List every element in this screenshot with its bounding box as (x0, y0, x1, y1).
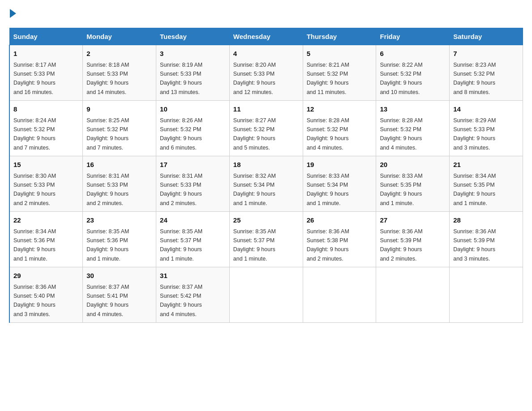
day-number: 19 (307, 160, 373, 170)
day-info: Sunrise: 8:25 AMSunset: 5:32 PMDaylight:… (86, 117, 129, 151)
table-row: 14 Sunrise: 8:29 AMSunset: 5:33 PMDaylig… (450, 101, 523, 156)
day-info: Sunrise: 8:26 AMSunset: 5:32 PMDaylight:… (160, 117, 202, 151)
table-row: 18 Sunrise: 8:32 AMSunset: 5:34 PMDaylig… (229, 156, 303, 212)
calendar-week-row: 15 Sunrise: 8:30 AMSunset: 5:33 PMDaylig… (9, 156, 523, 212)
calendar-week-row: 22 Sunrise: 8:34 AMSunset: 5:36 PMDaylig… (9, 212, 523, 267)
day-info: Sunrise: 8:34 AMSunset: 5:36 PMDaylight:… (13, 228, 56, 262)
day-number: 5 (307, 49, 373, 59)
table-row: 31 Sunrise: 8:37 AMSunset: 5:42 PMDaylig… (156, 267, 230, 323)
table-row: 5 Sunrise: 8:21 AMSunset: 5:32 PMDayligh… (303, 45, 376, 101)
table-row: 7 Sunrise: 8:23 AMSunset: 5:32 PMDayligh… (450, 45, 523, 101)
table-row: 16 Sunrise: 8:31 AMSunset: 5:33 PMDaylig… (83, 156, 156, 212)
day-number: 21 (453, 160, 519, 170)
table-row: 2 Sunrise: 8:18 AMSunset: 5:33 PMDayligh… (83, 45, 156, 101)
page-header (9, 9, 523, 19)
col-saturday: Saturday (450, 28, 523, 45)
table-row: 17 Sunrise: 8:31 AMSunset: 5:33 PMDaylig… (156, 156, 230, 212)
logo-triangle-icon (10, 9, 16, 18)
calendar-table: Sunday Monday Tuesday Wednesday Thursday… (9, 28, 523, 323)
table-row: 9 Sunrise: 8:25 AMSunset: 5:32 PMDayligh… (83, 101, 156, 156)
table-row: 27 Sunrise: 8:36 AMSunset: 5:39 PMDaylig… (376, 212, 450, 267)
day-info: Sunrise: 8:37 AMSunset: 5:42 PMDaylight:… (160, 284, 202, 317)
day-info: Sunrise: 8:29 AMSunset: 5:33 PMDaylight:… (453, 117, 496, 151)
day-info: Sunrise: 8:35 AMSunset: 5:37 PMDaylight:… (233, 228, 276, 262)
day-number: 14 (453, 104, 519, 115)
table-row: 3 Sunrise: 8:19 AMSunset: 5:33 PMDayligh… (156, 45, 230, 101)
day-info: Sunrise: 8:30 AMSunset: 5:33 PMDaylight:… (13, 173, 56, 206)
day-info: Sunrise: 8:37 AMSunset: 5:41 PMDaylight:… (86, 284, 129, 317)
calendar-week-row: 8 Sunrise: 8:24 AMSunset: 5:32 PMDayligh… (9, 101, 523, 156)
day-number: 30 (86, 271, 152, 281)
day-number: 8 (13, 104, 79, 115)
table-row: 20 Sunrise: 8:33 AMSunset: 5:35 PMDaylig… (376, 156, 450, 212)
day-info: Sunrise: 8:20 AMSunset: 5:33 PMDaylight:… (233, 62, 276, 95)
table-row: 19 Sunrise: 8:33 AMSunset: 5:34 PMDaylig… (303, 156, 376, 212)
col-tuesday: Tuesday (156, 28, 230, 45)
day-number: 24 (160, 215, 226, 226)
table-row (450, 267, 523, 323)
day-info: Sunrise: 8:36 AMSunset: 5:39 PMDaylight:… (380, 228, 422, 262)
table-row: 24 Sunrise: 8:35 AMSunset: 5:37 PMDaylig… (156, 212, 230, 267)
table-row: 10 Sunrise: 8:26 AMSunset: 5:32 PMDaylig… (156, 101, 230, 156)
table-row (303, 267, 376, 323)
col-sunday: Sunday (9, 28, 83, 45)
col-friday: Friday (376, 28, 450, 45)
day-number: 15 (13, 160, 79, 170)
table-row: 12 Sunrise: 8:28 AMSunset: 5:32 PMDaylig… (303, 101, 376, 156)
day-info: Sunrise: 8:22 AMSunset: 5:32 PMDaylight:… (380, 62, 422, 95)
day-number: 12 (307, 104, 373, 115)
day-number: 9 (86, 104, 152, 115)
day-info: Sunrise: 8:35 AMSunset: 5:37 PMDaylight:… (160, 228, 202, 262)
day-number: 25 (233, 215, 299, 226)
table-row: 22 Sunrise: 8:34 AMSunset: 5:36 PMDaylig… (9, 212, 83, 267)
table-row: 15 Sunrise: 8:30 AMSunset: 5:33 PMDaylig… (9, 156, 83, 212)
table-row: 30 Sunrise: 8:37 AMSunset: 5:41 PMDaylig… (83, 267, 156, 323)
day-number: 11 (233, 104, 299, 115)
table-row: 8 Sunrise: 8:24 AMSunset: 5:32 PMDayligh… (9, 101, 83, 156)
day-info: Sunrise: 8:33 AMSunset: 5:34 PMDaylight:… (307, 173, 349, 206)
day-number: 17 (160, 160, 226, 170)
day-info: Sunrise: 8:23 AMSunset: 5:32 PMDaylight:… (453, 62, 496, 95)
day-number: 26 (307, 215, 373, 226)
day-number: 4 (233, 49, 299, 59)
day-number: 31 (160, 271, 226, 281)
calendar-header-row: Sunday Monday Tuesday Wednesday Thursday… (9, 28, 523, 45)
day-info: Sunrise: 8:24 AMSunset: 5:32 PMDaylight:… (13, 117, 56, 151)
day-number: 22 (13, 215, 79, 226)
day-info: Sunrise: 8:28 AMSunset: 5:32 PMDaylight:… (380, 117, 422, 151)
col-thursday: Thursday (303, 28, 376, 45)
table-row: 28 Sunrise: 8:36 AMSunset: 5:39 PMDaylig… (450, 212, 523, 267)
table-row: 6 Sunrise: 8:22 AMSunset: 5:32 PMDayligh… (376, 45, 450, 101)
day-number: 18 (233, 160, 299, 170)
day-number: 28 (453, 215, 519, 226)
logo (9, 9, 16, 19)
day-info: Sunrise: 8:35 AMSunset: 5:36 PMDaylight:… (86, 228, 129, 262)
day-info: Sunrise: 8:33 AMSunset: 5:35 PMDaylight:… (380, 173, 422, 206)
table-row: 25 Sunrise: 8:35 AMSunset: 5:37 PMDaylig… (229, 212, 303, 267)
col-wednesday: Wednesday (229, 28, 303, 45)
table-row: 1 Sunrise: 8:17 AMSunset: 5:33 PMDayligh… (9, 45, 83, 101)
day-info: Sunrise: 8:36 AMSunset: 5:39 PMDaylight:… (453, 228, 496, 262)
day-info: Sunrise: 8:36 AMSunset: 5:40 PMDaylight:… (13, 284, 56, 317)
table-row: 26 Sunrise: 8:36 AMSunset: 5:38 PMDaylig… (303, 212, 376, 267)
table-row: 4 Sunrise: 8:20 AMSunset: 5:33 PMDayligh… (229, 45, 303, 101)
table-row (229, 267, 303, 323)
day-info: Sunrise: 8:36 AMSunset: 5:38 PMDaylight:… (307, 228, 349, 262)
day-number: 16 (86, 160, 152, 170)
day-number: 1 (13, 49, 79, 59)
logo-blue-part (9, 9, 16, 19)
day-number: 20 (380, 160, 446, 170)
day-info: Sunrise: 8:17 AMSunset: 5:33 PMDaylight:… (13, 62, 56, 95)
day-info: Sunrise: 8:28 AMSunset: 5:32 PMDaylight:… (307, 117, 349, 151)
table-row: 23 Sunrise: 8:35 AMSunset: 5:36 PMDaylig… (83, 212, 156, 267)
day-number: 10 (160, 104, 226, 115)
day-info: Sunrise: 8:34 AMSunset: 5:35 PMDaylight:… (453, 173, 496, 206)
day-number: 13 (380, 104, 446, 115)
day-info: Sunrise: 8:31 AMSunset: 5:33 PMDaylight:… (86, 173, 129, 206)
day-info: Sunrise: 8:32 AMSunset: 5:34 PMDaylight:… (233, 173, 276, 206)
day-number: 27 (380, 215, 446, 226)
day-number: 29 (13, 271, 79, 281)
day-number: 2 (86, 49, 152, 59)
calendar-week-row: 29 Sunrise: 8:36 AMSunset: 5:40 PMDaylig… (9, 267, 523, 323)
day-info: Sunrise: 8:27 AMSunset: 5:32 PMDaylight:… (233, 117, 276, 151)
